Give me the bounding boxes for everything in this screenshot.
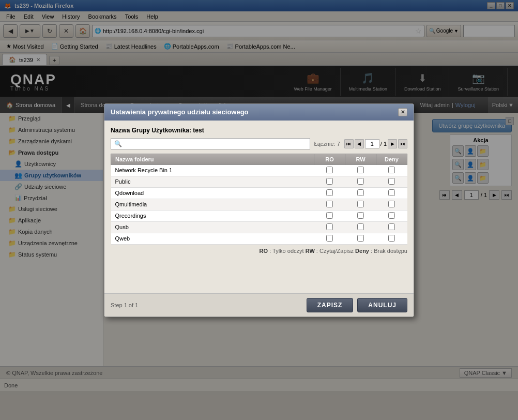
table-row: Qmultimedia [111,199,407,210]
modal-group-name: Nazwa Grupy Użytkownika: test [111,127,407,134]
modal-overlay: Ustawienia prywatnego udziału sieciowego… [0,0,518,420]
modal-page-first-btn[interactable]: ⏮ [344,139,354,148]
modal-body: Nazwa Grupy Użytkownika: test 🔍 Łącznie:… [104,121,414,293]
ro-checkbox-4[interactable] [326,212,333,219]
rw-checkbox-6[interactable] [357,235,364,242]
deny-checkbox-0[interactable] [388,167,395,173]
legend-rw-text: Czytaj/Zapisz [319,248,354,254]
deny-cell [376,210,407,221]
table-row: Qweb [111,233,407,244]
modal-search-row: 🔍 Łącznie: 7 ⏮ ◀ / 1 ▶ ⏭ [111,138,407,149]
modal-close-button[interactable]: ✕ [398,108,407,116]
ro-cell [314,221,345,233]
legend-rw-label: RW [306,248,315,254]
modal-total-label: Łącznie: 7 [314,141,340,147]
deny-cell [376,199,407,210]
folder-name-cell: Qrecordings [111,210,314,221]
modal-title: Ustawienia prywatnego udziału sieciowego [111,108,249,116]
rw-cell [345,176,376,187]
folder-name-cell: Qdownload [111,187,314,199]
modal-dialog: Ustawienia prywatnego udziału sieciowego… [104,103,414,317]
deny-checkbox-5[interactable] [388,223,395,230]
modal-search-container: 🔍 [111,138,310,149]
rw-cell [345,199,376,210]
folder-name-cell: Network Recycle Bin 1 [111,164,314,176]
modal-spacer [111,256,407,287]
modal-page-input[interactable] [365,139,379,148]
rw-checkbox-4[interactable] [357,212,364,219]
deny-cell [376,221,407,233]
modal-step-label: Step 1 of 1 [111,302,138,308]
deny-checkbox-4[interactable] [388,212,395,219]
rw-cell [345,233,376,244]
ro-cell [314,187,345,199]
modal-search-icon: 🔍 [114,140,122,147]
ro-checkbox-5[interactable] [326,223,333,230]
modal-legend: RO : Tylko odczyt RW : Czytaj/Zapisz Den… [111,245,407,256]
ro-checkbox-0[interactable] [326,167,333,173]
ro-checkbox-6[interactable] [326,235,333,242]
deny-cell [376,176,407,187]
modal-page-total: / 1 [380,141,387,147]
table-row: Qrecordings [111,210,407,221]
ro-cell [314,233,345,244]
col-folder-header: Nazwa folderu [111,154,314,164]
rw-checkbox-0[interactable] [357,167,364,173]
ro-cell [314,199,345,210]
deny-checkbox-3[interactable] [388,201,395,207]
deny-checkbox-1[interactable] [388,178,395,185]
folder-name-cell: Qweb [111,233,314,244]
modal-search-input[interactable] [122,141,307,147]
modal-page-prev-btn[interactable]: ◀ [355,139,364,148]
save-button[interactable]: ZAPISZ [307,298,354,312]
legend-ro-text: Tylko odczyt [272,248,304,254]
col-deny-header: Deny [376,154,407,164]
table-row: Qdownload [111,187,407,199]
col-rw-header: RW [345,154,376,164]
rw-checkbox-5[interactable] [357,223,364,230]
rw-cell [345,187,376,199]
folder-name-cell: Qusb [111,221,314,233]
rw-cell [345,164,376,176]
ro-checkbox-2[interactable] [326,189,333,196]
folder-name-cell: Qmultimedia [111,199,314,210]
modal-page-last-btn[interactable]: ⏭ [398,139,407,148]
folder-name-cell: Public [111,176,314,187]
legend-deny-text: Brak dostępu [374,248,407,254]
ro-cell [314,176,345,187]
ro-cell [314,210,345,221]
deny-cell [376,233,407,244]
ro-checkbox-3[interactable] [326,201,333,207]
deny-cell [376,187,407,199]
deny-cell [376,164,407,176]
table-row: Public [111,176,407,187]
rw-checkbox-3[interactable] [357,201,364,207]
modal-action-buttons: ZAPISZ ANULUJ [307,298,407,312]
modal-page-next-btn[interactable]: ▶ [388,139,397,148]
table-row: Network Recycle Bin 1 [111,164,407,176]
legend-deny-label: Deny [355,248,369,254]
rw-checkbox-2[interactable] [357,189,364,196]
table-row: Qusb [111,221,407,233]
ro-cell [314,164,345,176]
rw-checkbox-1[interactable] [357,178,364,185]
rw-cell [345,221,376,233]
ro-checkbox-1[interactable] [326,178,333,185]
col-ro-header: RO [314,154,345,164]
folder-table: Nazwa folderu RO RW Deny Network Recycle… [111,154,407,245]
deny-checkbox-2[interactable] [388,189,395,196]
modal-footer: Step 1 of 1 ZAPISZ ANULUJ [104,293,414,317]
deny-checkbox-6[interactable] [388,235,395,242]
modal-pagination: ⏮ ◀ / 1 ▶ ⏭ [344,139,407,148]
legend-ro-label: RO [260,248,268,254]
rw-cell [345,210,376,221]
modal-header: Ustawienia prywatnego udziału sieciowego… [104,104,414,121]
cancel-button[interactable]: ANULUJ [357,298,407,312]
